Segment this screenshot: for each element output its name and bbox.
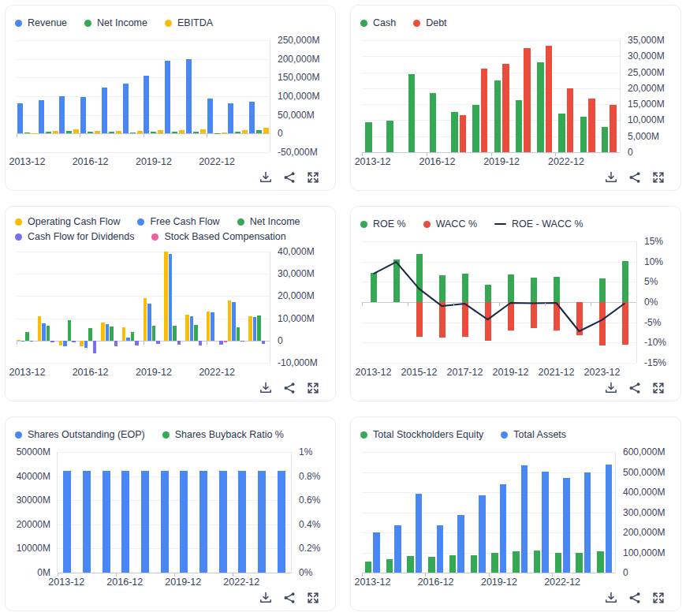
bar-revenue bbox=[165, 61, 170, 134]
bar-operating-cash-flow bbox=[101, 323, 105, 341]
legend-label: Revenue bbox=[28, 17, 67, 28]
x-axis-tick bbox=[408, 303, 408, 306]
bar-net-income bbox=[131, 332, 135, 341]
expand-button[interactable] bbox=[307, 382, 319, 394]
gridline bbox=[362, 73, 620, 73]
plot-wrap: 2013-122016-122019-122022-12 bbox=[57, 447, 292, 588]
download-button[interactable] bbox=[605, 382, 617, 394]
x-tick-label: 2015-12 bbox=[401, 367, 438, 378]
bar-shares-outstanding-eop- bbox=[278, 471, 285, 573]
share-button[interactable] bbox=[283, 382, 296, 394]
legend-item-roe-wacc-[interactable]: ROE - WACC % bbox=[494, 216, 583, 232]
expand-button[interactable] bbox=[307, 592, 319, 604]
share-button[interactable] bbox=[283, 592, 296, 604]
plot-wrap: 2013-122016-122019-122022-12 bbox=[17, 247, 270, 379]
download-icon bbox=[259, 592, 272, 604]
legend-item-cash-flow-for-dividends[interactable]: Cash Flow for Dividends bbox=[15, 231, 134, 242]
legend-dot-symbol bbox=[360, 221, 367, 228]
legend-label: Total Stockholders Equity bbox=[373, 429, 483, 440]
bar-cash bbox=[602, 127, 609, 152]
legend-item-debt[interactable]: Debt bbox=[413, 15, 446, 31]
bar-total-stockholders-equity bbox=[597, 551, 604, 573]
chart-legend: ROE %WACC %ROE - WACC % bbox=[359, 213, 673, 237]
bar-revenue bbox=[144, 76, 149, 133]
bar-net-income bbox=[173, 326, 177, 341]
y-axis-right: 1%0.8%0.6%0.4%0.2%0% bbox=[292, 447, 327, 588]
legend-item-stock-based-compensation[interactable]: Stock Based Compensation bbox=[151, 231, 285, 242]
bar-cash-flow-for-dividends bbox=[50, 341, 54, 343]
share-button[interactable] bbox=[628, 382, 641, 394]
expand-button[interactable] bbox=[652, 592, 665, 604]
x-tick-label: 2016-12 bbox=[418, 577, 454, 588]
y-tick-label: 0 bbox=[628, 147, 633, 158]
bar-cash bbox=[365, 122, 372, 153]
y-axis-left: 50000M40000M30000M20000M10000M0M bbox=[13, 447, 57, 588]
bar-cash-flow-for-dividends bbox=[240, 341, 244, 342]
legend-item-roe-[interactable]: ROE % bbox=[360, 216, 406, 232]
bar-total-stockholders-equity bbox=[491, 553, 498, 573]
download-button[interactable] bbox=[259, 382, 272, 394]
bar-operating-cash-flow bbox=[80, 341, 84, 347]
expand-button[interactable] bbox=[652, 382, 665, 394]
expand-icon bbox=[652, 592, 665, 604]
bar-net-income bbox=[88, 132, 93, 133]
x-tick-label: 2022-12 bbox=[199, 156, 235, 167]
legend-item-shares-buyback-ratio-[interactable]: Shares Buyback Ratio % bbox=[162, 427, 284, 442]
download-button[interactable] bbox=[259, 592, 272, 604]
legend-item-revenue[interactable]: Revenue bbox=[15, 15, 67, 31]
y-tick-label: 0.2% bbox=[299, 543, 320, 554]
chart-card-cash-debt: CashDebt 2013-122016-122019-122022-1235,… bbox=[350, 5, 681, 191]
y-tick-label: 35,000M bbox=[628, 35, 665, 46]
y-tick-label: -15% bbox=[644, 357, 666, 368]
legend-item-ebitda[interactable]: EBITDA bbox=[165, 15, 213, 31]
share-icon bbox=[283, 382, 296, 394]
legend-item-total-stockholders-equity[interactable]: Total Stockholders Equity bbox=[360, 427, 483, 442]
download-button[interactable] bbox=[605, 171, 617, 184]
x-tick-label: 2016-12 bbox=[106, 577, 143, 588]
chart-plot-area: 2013-122016-122019-122022-1235,000M30,00… bbox=[359, 35, 673, 168]
bar-debt bbox=[610, 105, 617, 152]
legend-label: Cash Flow for Dividends bbox=[28, 231, 134, 242]
x-tick-label: 2019-12 bbox=[481, 577, 517, 588]
bar-cash-flow-for-dividends bbox=[156, 341, 160, 344]
expand-button[interactable] bbox=[307, 171, 319, 184]
bar-operating-cash-flow bbox=[164, 252, 168, 341]
x-axis-labels: 2013-122016-122019-122022-12 bbox=[17, 155, 270, 168]
download-button[interactable] bbox=[605, 592, 617, 604]
share-button[interactable] bbox=[628, 592, 641, 604]
bar-net-income bbox=[24, 133, 30, 134]
legend-item-shares-outstanding-eop-[interactable]: Shares Outstanding (EOP) bbox=[15, 427, 145, 442]
gridline bbox=[17, 252, 270, 252]
gridline bbox=[362, 40, 620, 41]
legend-item-operating-cash-flow[interactable]: Operating Cash Flow bbox=[15, 216, 120, 227]
legend-item-cash[interactable]: Cash bbox=[360, 15, 396, 31]
y-tick-label: 5% bbox=[644, 276, 658, 287]
x-tick-label: 2019-12 bbox=[136, 367, 172, 378]
legend-item-wacc-[interactable]: WACC % bbox=[423, 216, 477, 232]
share-button[interactable] bbox=[628, 171, 641, 184]
legend-item-total-assets[interactable]: Total Assets bbox=[501, 427, 566, 442]
chart-toolbar bbox=[359, 379, 673, 399]
download-icon bbox=[605, 171, 617, 184]
chart-plot-area: 2013-122015-122017-122019-122021-122023-… bbox=[359, 237, 673, 379]
bar-cash-flow-for-dividends bbox=[114, 341, 118, 346]
chart-toolbar bbox=[359, 168, 673, 189]
legend-item-free-cash-flow[interactable]: Free Cash Flow bbox=[137, 216, 219, 227]
y-tick-label: 30,000M bbox=[628, 50, 665, 62]
bar-revenue bbox=[59, 96, 65, 133]
x-tick-label: 2021-12 bbox=[539, 367, 575, 378]
legend-item-net-income[interactable]: Net Income bbox=[237, 216, 300, 227]
gridline bbox=[58, 452, 291, 453]
share-button[interactable] bbox=[283, 171, 296, 184]
plot-wrap: 2013-122015-122017-122019-122021-122023-… bbox=[362, 237, 637, 379]
legend-dot-symbol bbox=[15, 431, 22, 439]
legend-item-net-income[interactable]: Net Income bbox=[84, 15, 147, 31]
bar-shares-outstanding-eop- bbox=[161, 471, 169, 573]
expand-button[interactable] bbox=[652, 171, 665, 184]
x-axis-tick bbox=[144, 342, 144, 345]
y-tick-label: 50000M bbox=[17, 446, 50, 457]
y-tick-label: 30000M bbox=[17, 495, 50, 506]
bar-net-income bbox=[109, 132, 114, 134]
bar-free-cash-flow bbox=[253, 317, 257, 341]
download-button[interactable] bbox=[259, 171, 272, 184]
